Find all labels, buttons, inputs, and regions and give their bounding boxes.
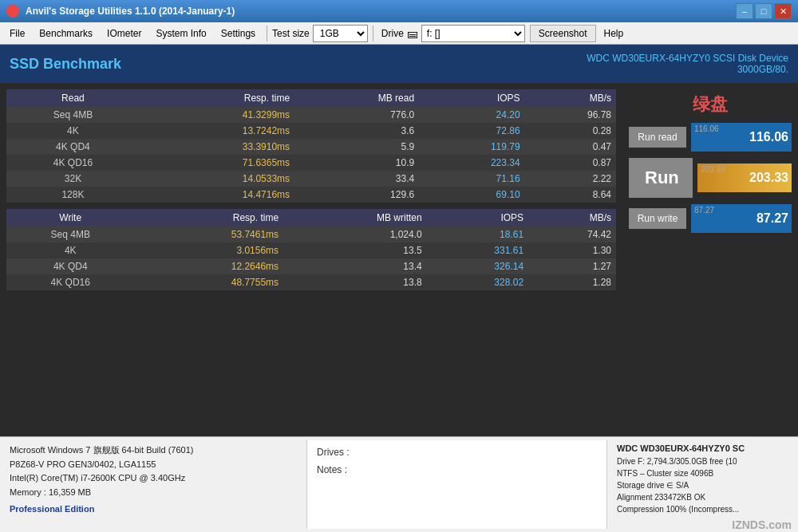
menu-sysinfo[interactable]: System Info (149, 26, 212, 41)
write-row-mbps: 1.27 (528, 258, 616, 274)
total-score-bar: 203.33 203.33 (697, 164, 792, 192)
table-row: Seq 4MB 41.3299ms 776.0 24.20 96.78 (6, 107, 616, 123)
read-row-label: 4K QD4 (6, 139, 140, 155)
read-score-bar: 116.06 116.06 (691, 123, 792, 152)
read-col-mbps: MB/s (525, 89, 616, 107)
table-row: 4K 3.0156ms 13.5 331.61 1.30 (6, 242, 616, 258)
screenshot-button[interactable]: Screenshot (530, 25, 596, 42)
close-button[interactable]: ✕ (774, 3, 792, 19)
menu-iometer[interactable]: IOmeter (101, 26, 148, 41)
test-size-label: Test size (272, 28, 310, 39)
menu-separator-1 (267, 26, 267, 41)
read-row-mbps: 0.47 (525, 139, 616, 155)
maximize-button[interactable]: □ (755, 3, 772, 19)
read-row-label: 128K (6, 187, 140, 203)
drive-info: WDC WD30EURX-64HYZY0 SCSI Disk Device 30… (587, 53, 788, 75)
drive-label: Drive (381, 28, 404, 39)
drive-detail3: NTFS – Cluster size 4096B (617, 467, 792, 479)
read-row-mb: 5.9 (294, 139, 419, 155)
menu-benchmarks[interactable]: Benchmarks (33, 26, 99, 41)
write-row-mbps: 1.28 (528, 274, 616, 290)
write-row-label: 4K QD16 (6, 274, 134, 290)
read-row-iops: 71.16 (419, 171, 524, 187)
table-row: 4K QD4 33.3910ms 5.9 119.79 0.47 (6, 139, 616, 155)
run-button[interactable]: Run (629, 158, 693, 198)
read-row-mbps: 0.87 (525, 155, 616, 171)
professional-edition: Professional Edition (10, 502, 294, 517)
read-row-mbps: 0.28 (525, 123, 616, 139)
menu-bar: File Benchmarks IOmeter System Info Sett… (0, 22, 798, 45)
drive-detail5: Alignment 233472KB OK (617, 491, 792, 503)
table-row: 128K 14.4716ms 129.6 69.10 8.64 (6, 187, 616, 203)
read-row-resp: 14.0533ms (140, 171, 294, 187)
read-row-label: 4K (6, 123, 140, 139)
write-row-mb: 13.4 (283, 258, 427, 274)
drive-detail4: Storage drive ∈ S/A (617, 479, 792, 491)
drive-detail6: Compression 100% (Incompress... (617, 503, 792, 515)
write-score-bar: 87.27 87.27 (691, 204, 792, 233)
notes-drives: Drives : (317, 447, 597, 458)
write-row-resp: 3.0156ms (134, 242, 283, 258)
test-size-group: Test size 1GB 512MB 256MB (272, 25, 368, 42)
sys-line3: Intel(R) Core(TM) i7-2600K CPU @ 3.40GHz (10, 471, 294, 486)
read-row-iops: 69.10 (419, 187, 524, 203)
write-row-resp: 53.7461ms (134, 227, 283, 242)
menu-file[interactable]: File (3, 26, 31, 41)
read-row-resp: 13.7242ms (140, 123, 294, 139)
read-row-resp: 41.3299ms (140, 107, 294, 123)
read-col-iops: IOPS (419, 89, 524, 107)
drive-details: WDC WD30EURX-64HYZY0 SC Drive F: 2,794.3… (610, 437, 798, 532)
drive-name: WDC WD30EURX-64HYZY0 SCSI Disk Device (587, 53, 788, 64)
minimize-button[interactable]: – (736, 3, 753, 19)
main-content: SSD Benchmark WDC WD30EURX-64HYZY0 SCSI … (0, 45, 798, 532)
read-row-resp: 14.4716ms (140, 187, 294, 203)
read-row-mbps: 2.22 (525, 171, 616, 187)
table-row: 32K 14.0533ms 33.4 71.16 2.22 (6, 171, 616, 187)
run-write-button[interactable]: Run write (629, 208, 686, 229)
write-col-label: Write (6, 209, 134, 227)
ssd-benchmark-header: SSD Benchmark WDC WD30EURX-64HYZY0 SCSI … (0, 45, 798, 83)
read-row-mb: 129.6 (294, 187, 419, 203)
write-row-mb: 13.5 (283, 242, 427, 258)
read-row-iops: 119.79 (419, 139, 524, 155)
app-title: Anvil's Storage Utilities 1.1.0 (2014-Ja… (26, 6, 235, 17)
write-row-label: Seq 4MB (6, 227, 134, 242)
read-row-iops: 223.34 (419, 155, 524, 171)
menu-settings[interactable]: Settings (215, 26, 262, 41)
read-score-value: 116.06 (749, 130, 788, 144)
table-area: Read Resp. time MB read IOPS MB/s Seq 4M… (0, 83, 622, 436)
write-col-mb: MB written (283, 209, 427, 227)
write-row-mb: 13.8 (283, 274, 427, 290)
table-row: Seq 4MB 53.7461ms 1,024.0 18.61 74.42 (6, 227, 616, 242)
menu-help[interactable]: Help (598, 26, 630, 41)
read-row-mbps: 96.78 (525, 107, 616, 123)
write-row-label: 4K (6, 242, 134, 258)
system-info: Microsoft Windows 7 旗舰版 64-bit Build (76… (0, 437, 303, 532)
run-read-button[interactable]: Run read (629, 127, 686, 148)
read-row-resp: 71.6365ms (140, 155, 294, 171)
write-col-resp: Resp. time (134, 209, 283, 227)
title-bar: Anvil's Storage Utilities 1.1.0 (2014-Ja… (0, 0, 798, 22)
write-row-iops: 326.14 (427, 258, 528, 274)
write-score-left-label: 87.27 (694, 206, 714, 215)
read-score-left-label: 116.06 (694, 124, 719, 133)
read-row-iops: 24.20 (419, 107, 524, 123)
ssd-benchmark-title: SSD Benchmark (10, 56, 121, 73)
write-col-mbps: MB/s (528, 209, 616, 227)
read-row-mb: 10.9 (294, 155, 419, 171)
read-row-iops: 72.86 (419, 123, 524, 139)
write-row-resp: 12.2646ms (134, 258, 283, 274)
write-row-iops: 18.61 (427, 227, 528, 242)
total-score-row: Run 203.33 203.33 (629, 158, 792, 198)
read-table: Read Resp. time MB read IOPS MB/s Seq 4M… (6, 89, 616, 203)
drive-icon: 🖴 (407, 27, 418, 40)
notes-area: Drives : Notes : (306, 440, 607, 529)
notes-notes: Notes : (317, 464, 597, 475)
test-size-select[interactable]: 1GB 512MB 256MB (313, 25, 368, 42)
drive-select[interactable]: f: [] (421, 25, 525, 42)
app-icon (6, 5, 19, 18)
total-score-left-label: 203.33 (701, 165, 725, 174)
write-row-mbps: 1.30 (528, 242, 616, 258)
benchmark-area: Read Resp. time MB read IOPS MB/s Seq 4M… (0, 83, 798, 436)
total-score-value: 203.33 (749, 171, 788, 185)
